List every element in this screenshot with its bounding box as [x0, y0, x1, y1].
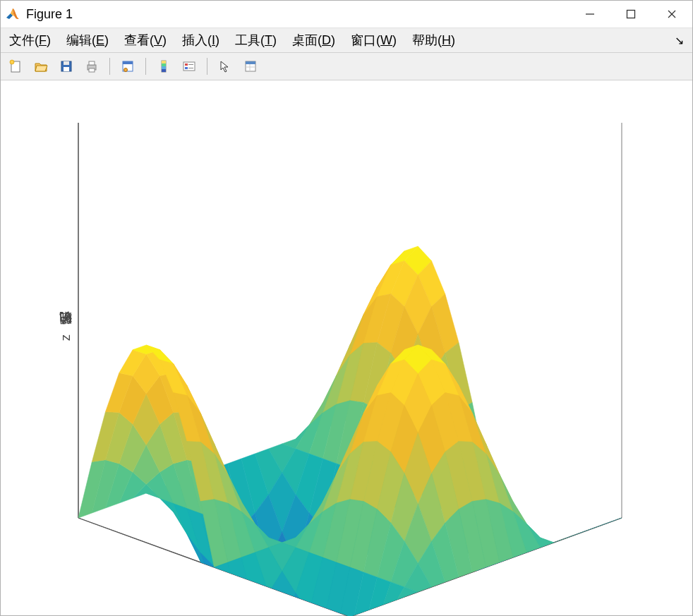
svg-marker-387: [241, 612, 269, 616]
svg-marker-178: [309, 614, 337, 617]
menu-help[interactable]: 帮助(H): [408, 29, 459, 52]
svg-marker-229: [513, 572, 541, 616]
svg-rect-18: [162, 66, 166, 69]
svg-marker-189: [486, 566, 514, 616]
toolbar-separator: [109, 58, 110, 75]
edit-plot-cursor-icon[interactable]: [215, 56, 236, 77]
menu-tools[interactable]: 工具(T): [231, 29, 281, 52]
insert-legend-icon[interactable]: [179, 56, 200, 77]
menu-window[interactable]: 窗口(W): [346, 29, 401, 52]
svg-marker-213: [255, 612, 282, 616]
menu-file[interactable]: 文件(F): [5, 29, 55, 52]
svg-rect-17: [162, 64, 166, 66]
open-file-icon[interactable]: [30, 56, 52, 77]
svg-marker-179: [228, 614, 255, 617]
svg-marker-216: [554, 612, 581, 616]
svg-marker-390: [296, 612, 323, 616]
figure-canvas[interactable]: z轴的说明 y轴的说明 x轴的说明: [1, 80, 692, 615]
svg-marker-267: [541, 552, 568, 591]
svg-rect-1: [627, 11, 635, 18]
titlebar: Figure 1: [1, 1, 692, 28]
toolbar-separator: [145, 58, 146, 75]
maximize-button[interactable]: [610, 1, 651, 28]
svg-rect-16: [162, 61, 166, 64]
z-axis-label: z轴的说明: [57, 334, 74, 341]
menubar: 文件(F) 编辑(E) 查看(V) 插入(I) 工具(T) 桌面(D) 窗口(W…: [1, 28, 692, 53]
svg-marker-104: [269, 603, 296, 616]
dock-arrow-icon[interactable]: ↘: [675, 34, 688, 47]
figure-window: Figure 1 文件(F) 编辑(E) 查看(V) 插入(I) 工具(T) 桌…: [0, 0, 693, 616]
svg-marker-135: [215, 582, 242, 616]
menu-desktop[interactable]: 桌面(D): [288, 29, 339, 52]
svg-rect-20: [183, 62, 195, 71]
svg-rect-13: [123, 61, 133, 64]
svg-marker-227: [567, 572, 595, 616]
save-icon[interactable]: [56, 56, 77, 77]
svg-rect-22: [185, 67, 188, 69]
svg-marker-121: [228, 594, 255, 617]
svg-rect-26: [246, 61, 255, 64]
svg-marker-228: [541, 591, 568, 616]
minimize-button[interactable]: [570, 1, 610, 28]
svg-marker-123: [500, 594, 527, 617]
svg-rect-11: [89, 68, 95, 72]
svg-rect-7: [64, 61, 69, 65]
svg-marker-157: [215, 592, 242, 616]
menu-view[interactable]: 查看(V): [120, 29, 171, 52]
svg-point-5: [10, 60, 14, 64]
svg-rect-10: [89, 61, 95, 65]
svg-marker-249: [526, 564, 554, 612]
close-button[interactable]: [651, 1, 692, 28]
menu-edit[interactable]: 编辑(E): [62, 29, 113, 52]
svg-marker-215: [282, 612, 310, 616]
svg-marker-423: [363, 611, 390, 616]
link-plot-icon[interactable]: [117, 56, 138, 77]
svg-marker-379: [255, 593, 282, 616]
menu-insert[interactable]: 插入(I): [178, 29, 224, 52]
new-figure-icon[interactable]: [5, 56, 26, 77]
svg-marker-105: [241, 584, 269, 617]
property-inspector-icon[interactable]: [240, 56, 261, 77]
print-icon[interactable]: [81, 56, 102, 77]
window-title: Figure 1: [26, 7, 73, 22]
svg-rect-21: [185, 64, 188, 66]
svg-marker-248: [554, 564, 581, 612]
svg-marker-172: [500, 614, 527, 617]
toolbar-separator: [207, 58, 207, 75]
svg-rect-19: [162, 69, 166, 72]
matlab-icon: [5, 6, 20, 22]
svg-point-14: [124, 68, 128, 72]
insert-colorbar-icon[interactable]: [153, 56, 174, 77]
svg-marker-210: [500, 574, 527, 617]
svg-rect-8: [64, 67, 69, 71]
svg-marker-217: [526, 612, 554, 616]
svg-marker-129: [486, 582, 514, 616]
toolbar: [1, 53, 692, 80]
svg-marker-224: [581, 574, 608, 617]
surface-plot[interactable]: [1, 80, 692, 616]
svg-marker-159: [486, 592, 514, 616]
